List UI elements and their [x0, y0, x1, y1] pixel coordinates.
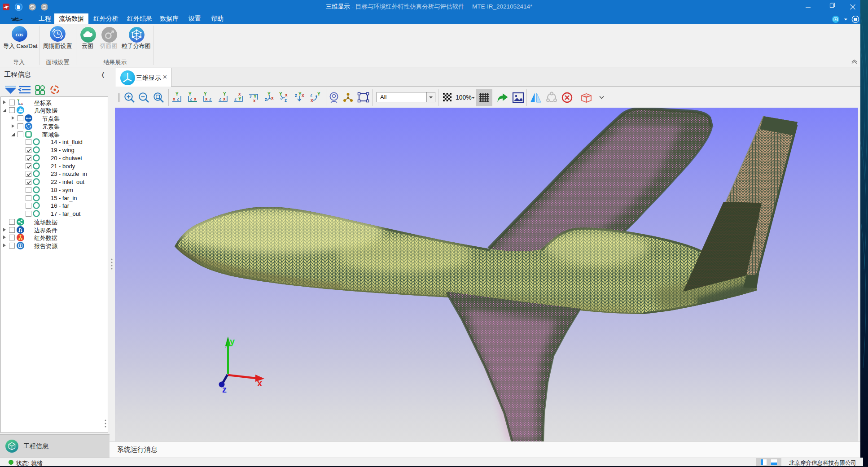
svg-text:x: x	[238, 92, 241, 96]
svg-text:z: z	[177, 96, 179, 101]
svg-text:x: x	[285, 92, 288, 97]
svg-text:x: x	[21, 101, 23, 105]
svg-text:x: x	[271, 96, 274, 100]
svg-text:z: z	[234, 96, 237, 101]
svg-text:x: x	[205, 96, 208, 101]
svg-text:z: z	[310, 92, 312, 97]
svg-text:x: x	[173, 96, 175, 101]
svg-text:z: z	[285, 98, 287, 103]
svg-text:Y: Y	[317, 92, 320, 96]
svg-text:z: z	[190, 96, 192, 101]
svg-text:z: z	[222, 384, 227, 394]
svg-text:Y: Y	[298, 92, 302, 96]
svg-text:z: z	[19, 101, 21, 105]
svg-text:x: x	[223, 96, 226, 101]
svg-text:z: z	[295, 93, 297, 98]
svg-text:Y: Y	[238, 96, 241, 101]
svg-text:Y: Y	[223, 92, 226, 96]
svg-text:x: x	[302, 93, 304, 98]
svg-text:x: x	[257, 378, 262, 388]
svg-text:z: z	[250, 94, 252, 99]
svg-text:Y: Y	[189, 92, 192, 96]
svg-text:y: y	[230, 336, 235, 346]
svg-text:Y: Y	[204, 92, 207, 96]
svg-text:x: x	[194, 96, 197, 101]
svg-text:z: z	[219, 96, 221, 101]
svg-text:z: z	[209, 96, 211, 101]
svg-text:cas: cas	[16, 31, 23, 38]
svg-text:z: z	[265, 97, 267, 102]
svg-text:x: x	[253, 98, 256, 103]
svg-text:Y: Y	[175, 92, 179, 96]
